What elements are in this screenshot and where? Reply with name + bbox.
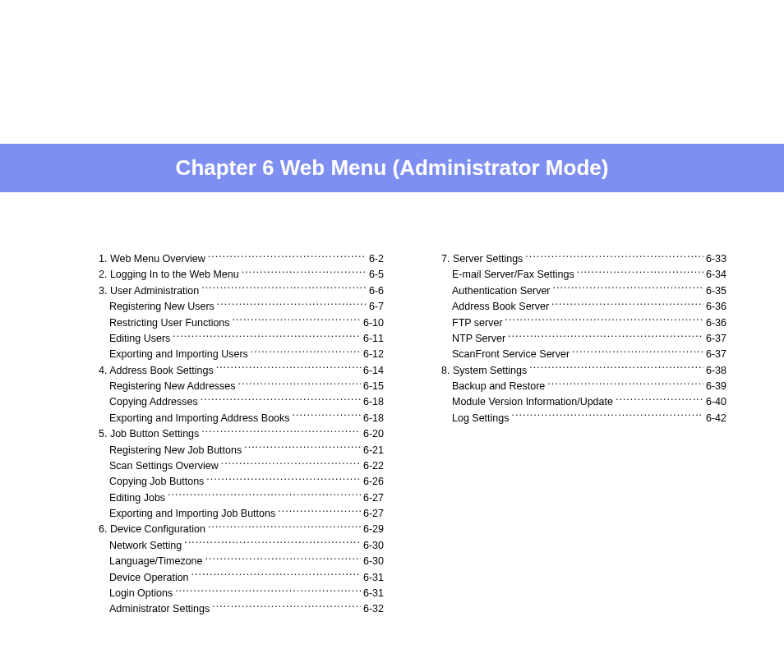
toc-entry[interactable]: Editing Jobs6-27 <box>99 490 384 506</box>
toc-entry[interactable]: Exporting and Importing Address Books6-1… <box>99 411 384 426</box>
toc-entry[interactable]: FTP server6-36 <box>441 315 726 331</box>
toc-label: Language/Timezone <box>109 554 203 569</box>
toc-page: 6-15 <box>363 379 384 394</box>
toc-dots <box>201 283 367 294</box>
toc-entry[interactable]: Restricting User Functions6-10 <box>99 315 384 331</box>
toc-column-left: 1. Web Menu Overview6-22. Logging In to … <box>99 251 384 618</box>
toc-label: Exporting and Importing Address Books <box>109 411 290 426</box>
toc-dots <box>201 427 361 438</box>
toc-entry[interactable]: Scan Settings Overview6-22 <box>99 458 384 474</box>
toc-dots <box>191 570 361 581</box>
toc-label: 5. Job Button Settings <box>99 426 199 442</box>
toc-label: E-mail Server/Fax Settings <box>452 267 574 283</box>
toc-label: Administrator Settings <box>109 601 210 617</box>
toc-label: Restricting User Functions <box>109 315 230 331</box>
toc-label: 2. Logging In to the Web Menu <box>99 267 239 283</box>
toc-entry[interactable]: Registering New Users6-7 <box>99 299 384 315</box>
chapter-title: Chapter 6 Web Menu (Administrator Mode) <box>0 144 784 192</box>
toc-dots <box>238 380 361 390</box>
toc-entry[interactable]: E-mail Server/Fax Settings6-34 <box>441 267 726 283</box>
toc-dots <box>251 348 361 358</box>
toc-label: 6. Device Configuration <box>99 522 205 537</box>
toc-dots <box>278 507 361 518</box>
toc-entry[interactable]: Exporting and Importing Users6-12 <box>99 347 384 362</box>
toc-entry[interactable]: Administrator Settings6-32 <box>99 601 384 617</box>
toc-dots <box>525 252 703 263</box>
toc-entry[interactable]: Login Options6-31 <box>99 586 384 601</box>
toc-entry[interactable]: Exporting and Importing Job Buttons6-27 <box>99 506 384 522</box>
toc-page: 6-7 <box>369 299 384 315</box>
toc-entry[interactable]: 2. Logging In to the Web Menu6-5 <box>99 267 384 283</box>
toc-dots <box>208 252 367 263</box>
toc-label: Backup and Restore <box>452 379 545 394</box>
toc-label: Copying Addresses <box>109 394 198 410</box>
toc-page: 6-35 <box>706 283 726 299</box>
toc-entry[interactable]: NTP Server6-37 <box>441 331 726 347</box>
toc-page: 6-39 <box>706 379 726 394</box>
toc-page: 6-37 <box>706 347 726 362</box>
table-of-contents: 1. Web Menu Overview6-22. Logging In to … <box>0 192 784 659</box>
toc-dots <box>551 300 703 311</box>
toc-label: Authentication Server <box>452 283 551 299</box>
toc-entry[interactable]: Registering New Job Buttons6-21 <box>99 443 384 458</box>
toc-entry[interactable]: ScanFront Service Server6-37 <box>441 347 726 362</box>
toc-entry[interactable]: Network Setting6-30 <box>99 538 384 554</box>
toc-label: Address Book Server <box>452 299 549 315</box>
toc-dots <box>212 602 361 613</box>
toc-dots <box>217 300 367 311</box>
toc-entry[interactable]: Address Book Server6-36 <box>441 299 726 315</box>
toc-label: Registering New Job Buttons <box>109 443 242 458</box>
toc-entry[interactable]: 4. Address Book Settings6-14 <box>99 363 384 379</box>
toc-entry[interactable]: 5. Job Button Settings6-20 <box>99 426 384 442</box>
toc-entry[interactable]: Copying Addresses6-18 <box>99 394 384 410</box>
toc-entry[interactable]: Editing Users6-11 <box>99 331 384 347</box>
toc-dots <box>208 522 361 533</box>
toc-page: 6-34 <box>706 267 726 283</box>
toc-page: 6-14 <box>363 363 384 379</box>
toc-page: 6-18 <box>363 411 384 426</box>
toc-page: 6-32 <box>363 601 384 617</box>
toc-label: Module Version Information/Update <box>452 394 613 410</box>
toc-page: 6-27 <box>363 490 384 506</box>
toc-page: 6-37 <box>706 331 726 347</box>
toc-dots <box>553 283 703 294</box>
toc-entry[interactable]: Authentication Server6-35 <box>441 283 726 299</box>
toc-entry[interactable]: Backup and Restore6-39 <box>441 379 726 394</box>
toc-entry[interactable]: 7. Server Settings6-33 <box>441 251 726 267</box>
toc-label: Scan Settings Overview <box>109 458 219 474</box>
toc-label: Exporting and Importing Job Buttons <box>109 506 275 522</box>
toc-page: 6-5 <box>369 267 384 283</box>
toc-dots <box>173 331 361 342</box>
toc-page: 6-36 <box>706 315 726 331</box>
toc-dots <box>512 411 703 421</box>
toc-dots <box>216 363 361 374</box>
toc-entry[interactable]: Registering New Addresses6-15 <box>99 379 384 394</box>
toc-dots <box>244 443 361 453</box>
toc-dots <box>547 380 703 390</box>
toc-entry[interactable]: 3. User Administration6-6 <box>99 283 384 299</box>
toc-page: 6-12 <box>363 347 384 362</box>
toc-entry[interactable]: Log Settings6-42 <box>441 411 726 426</box>
toc-label: 8. System Settings <box>441 363 527 379</box>
toc-label: 7. Server Settings <box>441 251 523 267</box>
toc-entry[interactable]: 1. Web Menu Overview6-2 <box>99 251 384 267</box>
toc-page: 6-40 <box>706 394 726 410</box>
toc-page: 6-20 <box>363 426 384 442</box>
toc-entry[interactable]: Device Operation6-31 <box>99 570 384 586</box>
toc-page: 6-38 <box>706 363 726 379</box>
toc-entry[interactable]: Language/Timezone6-30 <box>99 554 384 569</box>
toc-entry[interactable]: 6. Device Configuration6-29 <box>99 522 384 537</box>
toc-label: Editing Users <box>109 331 170 347</box>
toc-entry[interactable]: 8. System Settings6-38 <box>441 363 726 379</box>
toc-label: 3. User Administration <box>99 283 199 299</box>
toc-label: 1. Web Menu Overview <box>99 251 205 267</box>
toc-dots <box>184 538 361 549</box>
toc-entry[interactable]: Copying Job Buttons6-26 <box>99 474 384 490</box>
toc-page: 6-26 <box>363 474 384 490</box>
toc-dots <box>505 315 703 326</box>
toc-column-right: 7. Server Settings6-33E-mail Server/Fax … <box>441 251 726 618</box>
toc-dots <box>221 458 361 469</box>
toc-dots <box>529 363 703 374</box>
toc-entry[interactable]: Module Version Information/Update6-40 <box>441 394 726 410</box>
toc-label: 4. Address Book Settings <box>99 363 214 379</box>
